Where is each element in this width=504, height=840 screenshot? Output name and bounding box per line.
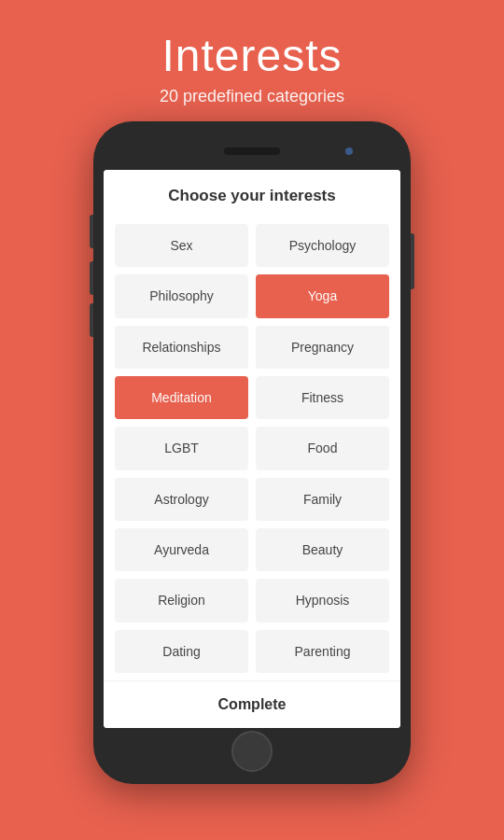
phone-shell: Choose your interests SexPsychologyPhilo… bbox=[93, 121, 411, 784]
interest-item-psychology[interactable]: Psychology bbox=[256, 224, 389, 267]
phone-top-bar bbox=[103, 134, 401, 168]
interest-item-fitness[interactable]: Fitness bbox=[256, 376, 389, 419]
complete-button[interactable]: Complete bbox=[104, 680, 400, 728]
page-title: Interests bbox=[160, 30, 344, 81]
phone-screen: Choose your interests SexPsychologyPhilo… bbox=[104, 170, 400, 728]
phone-camera bbox=[345, 147, 353, 155]
interest-item-yoga[interactable]: Yoga bbox=[256, 274, 389, 317]
interest-item-dating[interactable]: Dating bbox=[115, 630, 248, 673]
interest-item-meditation[interactable]: Meditation bbox=[115, 376, 248, 419]
screen-title: Choose your interests bbox=[115, 187, 389, 205]
interest-item-religion[interactable]: Religion bbox=[115, 579, 248, 622]
screen-header: Choose your interests bbox=[104, 170, 400, 217]
page-subtitle: 20 predefined categories bbox=[160, 87, 344, 106]
interest-item-beauty[interactable]: Beauty bbox=[256, 528, 389, 571]
interest-item-family[interactable]: Family bbox=[256, 478, 389, 521]
phone-home-button bbox=[231, 731, 273, 772]
interest-item-hypnosis[interactable]: Hypnosis bbox=[256, 579, 389, 622]
page-header: Interests 20 predefined categories bbox=[160, 0, 344, 121]
interests-grid: SexPsychologyPhilosophyYogaRelationships… bbox=[104, 217, 400, 680]
interest-item-ayurveda[interactable]: Ayurveda bbox=[115, 528, 248, 571]
interest-item-lgbt[interactable]: LGBT bbox=[115, 427, 248, 469]
phone-speaker bbox=[224, 147, 280, 155]
interest-item-food[interactable]: Food bbox=[256, 427, 389, 469]
phone-bottom-bar bbox=[103, 732, 401, 771]
interest-item-astrology[interactable]: Astrology bbox=[115, 478, 248, 521]
interest-item-sex[interactable]: Sex bbox=[115, 224, 248, 267]
interest-item-pregnancy[interactable]: Pregnancy bbox=[256, 326, 389, 369]
interest-item-philosophy[interactable]: Philosophy bbox=[115, 274, 248, 317]
interest-item-relationships[interactable]: Relationships bbox=[115, 326, 248, 369]
interest-item-parenting[interactable]: Parenting bbox=[256, 630, 389, 673]
